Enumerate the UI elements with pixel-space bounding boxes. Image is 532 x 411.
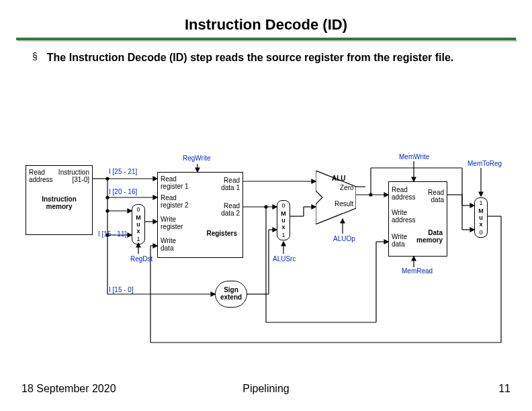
rf-name: Registers [206,230,237,237]
mux0-1: 1 [132,236,144,242]
bits-i15-0: I [15 - 0] [109,286,134,293]
sig-regdst: RegDst [130,255,152,263]
im-read: Read [29,169,45,176]
rf-rr1: Read register 1 [161,175,189,190]
mux0-0: 0 [132,206,144,213]
mux-alusrc: 0 M u x 1 [277,200,290,240]
svg-marker-68 [412,257,416,261]
sig-regwrite: RegWrite [183,154,211,162]
sign-extend-box: Sign extend [215,281,247,308]
bits-i15-11: I [15 - 11] [98,230,126,238]
footer-page: 11 [498,383,511,395]
mem-wa: Write address [392,209,416,224]
sig-memtoreg: MemToReg [468,160,502,167]
mem-ra: Read address [392,186,416,201]
rf-wr: Write register [161,216,183,230]
svg-marker-70 [479,192,483,196]
data-memory-box: Read address Write address Write data Re… [388,181,447,257]
page-title: Instruction Decode (ID) [0,0,532,34]
im-instr: Instruction [58,169,89,176]
wire-layer [0,128,532,356]
sig-memwrite: MemWrite [399,153,429,161]
mux-memtoreg: 1 M u x 0 [474,197,488,238]
register-file-box: Read register 1 Read register 2 Write re… [157,172,243,258]
mux1-0: 0 [277,202,290,209]
rf-rr2: Read register 2 [161,194,189,209]
rf-wd: Write data [161,237,176,252]
bullet-row: § The Instruction Decode (ID) step reads… [0,40,532,65]
rf-rd1: Read data 1 [221,177,240,191]
alu-zero: Zero [340,184,354,191]
bullet-text: The Instruction Decode (ID) step reads t… [47,51,453,65]
mem-name: Data memory [416,229,443,244]
mux-regdst: 0 M u x 1 [132,204,145,244]
mux2-label: M u x [475,208,487,228]
im-bits: [31-0] [72,176,89,183]
mux1-1: 1 [277,232,290,238]
mux0-label: M u x [132,214,144,234]
im-addr: address [29,176,53,183]
alu-result: Result [335,200,353,208]
bullet-marker: § [32,51,38,65]
mux2-1: 1 [475,199,487,206]
datapath-diagram: Read Instruction address [31-0] Instruct… [0,128,532,356]
im-name: Instruction memory [29,195,89,210]
mem-wd: Write data [392,233,407,248]
mem-rd: Read data [428,189,444,203]
rf-rd2: Read data 2 [221,202,240,217]
bits-i20-16: I [20 - 16] [109,188,137,195]
alu-name: ALU [332,175,346,182]
footer-center: Pipelining [0,383,532,395]
mux2-0: 0 [475,229,487,236]
sig-memread: MemRead [402,267,433,275]
bits-i25-21: I [25 - 21] [109,168,137,175]
sig-aluop: ALUOp [333,235,355,242]
sig-alusrc: ALUSrc [273,255,296,263]
mux1-label: M u x [277,210,290,230]
svg-marker-62 [281,242,285,246]
instruction-memory-box: Read Instruction address [31-0] Instruct… [26,165,93,235]
